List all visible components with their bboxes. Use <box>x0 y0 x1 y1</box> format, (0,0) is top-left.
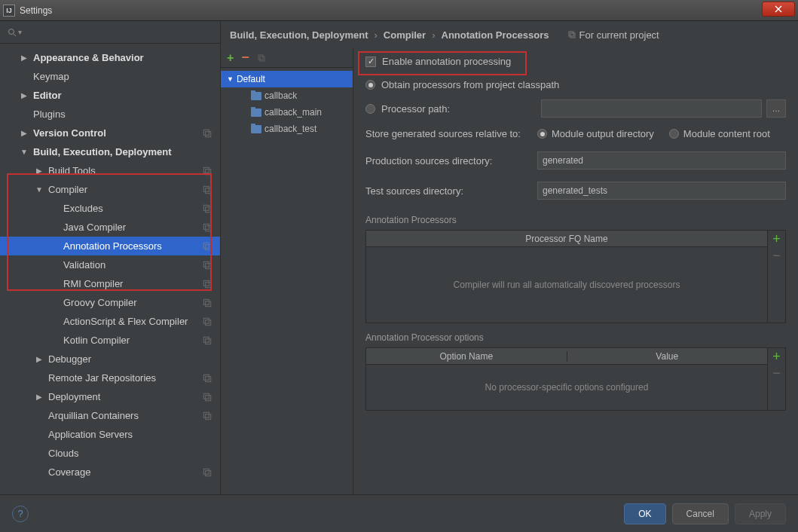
obtain-classpath-radio[interactable] <box>365 80 375 90</box>
prod-sources-input[interactable] <box>537 151 786 170</box>
add-processor-button[interactable]: + <box>768 231 785 247</box>
apply-button[interactable]: Apply <box>735 503 786 524</box>
sidebar-item-keymap[interactable]: Keymap <box>0 67 220 86</box>
svg-rect-11 <box>206 206 211 212</box>
processors-table-header: Processor FQ Name <box>366 231 767 247</box>
search-input[interactable]: ▾ <box>8 28 22 37</box>
sidebar-item-label: Coverage <box>48 466 202 478</box>
svg-rect-24 <box>203 337 209 342</box>
enable-annotation-checkbox[interactable] <box>365 57 376 67</box>
module-item[interactable]: callback_test <box>221 121 353 137</box>
module-item[interactable]: callback_main <box>221 104 353 121</box>
settings-sidebar: ▾ ▶Appearance & BehaviorKeymap▶EditorPlu… <box>0 21 221 494</box>
obtain-classpath-row[interactable]: Obtain processors from project classpath <box>365 75 786 95</box>
svg-rect-14 <box>203 243 209 248</box>
processor-path-radio[interactable] <box>365 104 375 114</box>
sidebar-item-clouds[interactable]: Clouds <box>0 444 220 463</box>
sidebar-item-deployment[interactable]: ▶Deployment <box>0 387 220 406</box>
sidebar-item-remote-jar-repositories[interactable]: Remote Jar Repositories <box>0 368 220 387</box>
ok-button[interactable]: OK <box>624 503 665 524</box>
breadcrumb-item[interactable]: Compiler <box>384 29 426 41</box>
module-content-radio[interactable] <box>669 129 679 139</box>
help-button[interactable]: ? <box>12 506 29 522</box>
remove-processor-button[interactable]: − <box>768 247 785 264</box>
close-button[interactable] <box>762 2 795 17</box>
settings-tree[interactable]: ▶Appearance & BehaviorKeymap▶EditorPlugi… <box>0 44 220 494</box>
sidebar-item-actionscript-flex-compiler[interactable]: ActionScript & Flex Compiler <box>0 312 220 331</box>
search-icon <box>8 28 17 37</box>
chevron-right-icon: ▶ <box>15 129 33 137</box>
folder-icon <box>251 109 261 117</box>
sidebar-item-build-execution-deployment[interactable]: ▼Build, Execution, Deployment <box>0 142 220 161</box>
svg-rect-28 <box>203 393 209 399</box>
sidebar-item-excludes[interactable]: Excludes <box>0 199 220 218</box>
sidebar-item-validation[interactable]: Validation <box>0 255 220 274</box>
sidebar-item-label: Java Compiler <box>63 222 202 233</box>
breadcrumb-item[interactable]: Build, Execution, Deployment <box>230 29 368 41</box>
module-output-option[interactable]: Module output directory <box>537 128 654 139</box>
project-scope-icon <box>202 166 212 176</box>
project-scope-hint: For current project <box>567 29 659 41</box>
test-sources-input[interactable] <box>537 182 786 200</box>
svg-rect-12 <box>203 224 209 229</box>
module-content-option[interactable]: Module content root <box>669 128 770 139</box>
module-tree[interactable]: ▼ Default callback callback_main callbac… <box>221 68 353 137</box>
sidebar-item-label: Groovy Compiler <box>63 297 202 308</box>
sidebar-item-label: Version Control <box>33 127 202 139</box>
add-option-button[interactable]: + <box>768 348 785 365</box>
sidebar-item-rmi-compiler[interactable]: RMI Compiler <box>0 274 220 293</box>
svg-rect-35 <box>570 33 575 38</box>
sidebar-item-java-compiler[interactable]: Java Compiler <box>0 218 220 237</box>
svg-rect-19 <box>206 282 211 287</box>
remove-option-button[interactable]: − <box>768 365 785 381</box>
project-scope-icon <box>202 335 212 346</box>
sidebar-item-kotlin-compiler[interactable]: Kotlin Compiler <box>0 331 220 350</box>
sidebar-item-label: Debugger <box>48 353 212 365</box>
module-item[interactable]: callback <box>221 87 353 104</box>
sidebar-item-label: Kotlin Compiler <box>63 335 202 346</box>
sidebar-item-editor[interactable]: ▶Editor <box>0 86 220 105</box>
module-output-radio[interactable] <box>537 129 547 139</box>
svg-rect-20 <box>203 299 209 304</box>
profile-default[interactable]: ▼ Default <box>221 71 353 87</box>
sidebar-item-plugins[interactable]: Plugins <box>0 105 220 124</box>
project-scope-icon <box>202 392 212 402</box>
browse-button[interactable]: … <box>766 99 786 118</box>
chevron-right-icon: ▶ <box>15 54 33 62</box>
project-scope-icon <box>202 298 212 308</box>
sidebar-item-annotation-processors[interactable]: Annotation Processors <box>0 237 220 255</box>
sidebar-item-groovy-compiler[interactable]: Groovy Compiler <box>0 293 220 312</box>
remove-profile-button[interactable]: − <box>241 50 249 66</box>
svg-rect-25 <box>206 338 211 344</box>
sidebar-item-debugger[interactable]: ▶Debugger <box>0 350 220 368</box>
sidebar-item-label: Build, Execution, Deployment <box>33 146 212 157</box>
add-profile-button[interactable]: + <box>227 51 234 65</box>
project-scope-icon <box>202 185 212 195</box>
project-scope-icon <box>202 316 212 327</box>
processor-path-input[interactable] <box>541 99 762 118</box>
sidebar-item-compiler[interactable]: ▼Compiler <box>0 180 220 199</box>
project-scope-icon <box>202 128 212 139</box>
sidebar-item-label: Remote Jar Repositories <box>48 372 202 384</box>
sidebar-item-label: Validation <box>63 259 202 271</box>
sidebar-item-appearance-behavior[interactable]: ▶Appearance & Behavior <box>0 48 220 67</box>
sidebar-item-coverage[interactable]: Coverage <box>0 463 220 482</box>
svg-rect-29 <box>206 395 211 400</box>
svg-line-3 <box>14 34 16 36</box>
sidebar-item-label: Appearance & Behavior <box>33 52 212 63</box>
enable-annotation-row[interactable]: Enable annotation processing <box>365 48 786 75</box>
sidebar-item-version-control[interactable]: ▶Version Control <box>0 124 220 142</box>
sidebar-item-application-servers[interactable]: Application Servers <box>0 425 220 444</box>
cancel-button[interactable]: Cancel <box>672 503 729 524</box>
project-scope-icon <box>202 373 212 384</box>
svg-rect-32 <box>203 469 209 474</box>
copy-profile-button[interactable] <box>257 54 266 63</box>
sidebar-item-build-tools[interactable]: ▶Build Tools <box>0 161 220 180</box>
sidebar-item-arquillian-containers[interactable]: Arquillian Containers <box>0 406 220 425</box>
project-icon <box>567 30 576 39</box>
svg-rect-8 <box>203 186 209 191</box>
app-icon: IJ <box>3 5 15 17</box>
sidebar-item-label: Editor <box>33 90 212 101</box>
sidebar-item-label: Arquillian Containers <box>48 410 202 421</box>
svg-rect-34 <box>569 32 573 36</box>
